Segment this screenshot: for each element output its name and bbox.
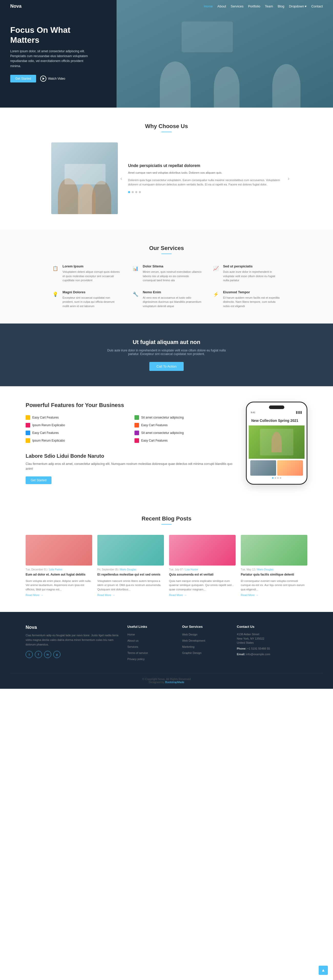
nav-home[interactable]: Home <box>204 4 213 8</box>
features-left: Powerful Features for Your Business Easy… <box>25 402 236 484</box>
dot-2[interactable] <box>132 191 134 193</box>
footer-link-terms[interactable]: Terms of service <box>127 651 148 654</box>
linkedin-icon[interactable]: in <box>44 651 51 658</box>
footer-service-marketing[interactable]: Marketing <box>182 645 194 648</box>
read-more-label-1: Read More <box>25 593 40 597</box>
footer-service-webdesign[interactable]: Web Design <box>182 633 198 636</box>
service-item-6: ⚡ Eiusmod Tempor Et harum quidem rerum f… <box>212 290 282 309</box>
hero-description: Lorem ipsum dolor, sit amet consectetur … <box>10 49 92 68</box>
blog-meta-1: Tue, December 01 / Julia Parker <box>25 568 92 571</box>
footer-service-webdev[interactable]: Web Development <box>182 639 205 642</box>
dot-4[interactable] <box>139 191 141 193</box>
services-title: Our Services <box>10 245 323 251</box>
nav-logo[interactable]: Nova <box>10 3 22 9</box>
blog-meta-4: Tue, May 12 / Mario Douglas <box>241 568 308 571</box>
arrow-right-icon-4: → <box>256 593 258 597</box>
service-text-1: Lorem Ipsum Voluptatem deleni alique cor… <box>62 264 121 283</box>
blog-author-4: Mario Douglas <box>257 568 274 571</box>
hero-content: Focus On What Matters Lorem ipsum dolor,… <box>0 25 102 83</box>
blog-post-title-2: Et repellendus molestiae qui est sed omn… <box>97 573 164 577</box>
why-card-subtitle: Amet cumque nam sed voluptas doloribus i… <box>128 170 282 175</box>
feature-item-1: Easy Cart Features <box>25 415 127 420</box>
footer-service-graphic[interactable]: Graphic Design <box>182 651 202 654</box>
footer-link-services[interactable]: Services <box>127 645 138 648</box>
feature-label-7: Ipsum Rerum Explicabo <box>32 439 65 442</box>
hero-section: Focus On What Matters Lorem ipsum dolor,… <box>0 0 333 108</box>
service-title-3: Sed ut perspiciatis <box>223 264 282 268</box>
blog-read-more-4[interactable]: Read More → <box>241 593 308 597</box>
chevron-down-icon: ▾ <box>305 4 307 8</box>
why-next-button[interactable]: › <box>288 175 290 181</box>
services-divider <box>161 254 172 254</box>
phone-top-bar: 9:41 ▐▐▐ ▌ <box>249 411 304 416</box>
why-prev-button[interactable]: ‹ <box>120 175 122 181</box>
features-body: Clau fermentum adip eros sit amet, conse… <box>25 461 236 471</box>
blog-image-4 <box>241 535 308 566</box>
nav-links: Home About Services Portfolio Team Blog … <box>204 4 323 8</box>
phone-time: 9:41 <box>251 411 255 414</box>
service-title-5: Nemo Enim <box>143 290 201 294</box>
features-grid: Easy Cart Features Sit amet consectetur … <box>25 415 236 443</box>
dot-1[interactable] <box>128 191 130 193</box>
nav-about[interactable]: About <box>217 4 226 8</box>
footer-address: 4138 Aidan Street New York, NY 135022 Un… <box>237 632 308 645</box>
phone-dot-3[interactable] <box>277 477 279 479</box>
feature-item-3: Ipsum Rerum Explicabo <box>25 423 127 428</box>
footer-bottom: © Copyright Nova. All Rights Reserved De… <box>10 673 323 684</box>
blog-read-more-3[interactable]: Read More → <box>169 593 236 597</box>
nemo-enim-icon: 🔧 <box>131 290 140 298</box>
phone-dot-1[interactable] <box>272 477 274 479</box>
features-get-started-button[interactable]: Get Started <box>25 476 51 484</box>
nav-dropdown[interactable]: Dropdown ▾ <box>289 4 307 8</box>
bootstrapmade-link[interactable]: BootstrapMade <box>165 681 185 684</box>
blog-read-more-1[interactable]: Read More → <box>25 593 92 597</box>
phone-dot-4[interactable] <box>280 477 281 479</box>
nav-dropdown-label: Dropdown <box>289 4 304 8</box>
nav-team[interactable]: Team <box>265 4 273 8</box>
service-title-1: Lorem Ipsum <box>62 264 121 268</box>
footer-grid: Nova Cias fermentum adip eu feugiat lade… <box>25 625 308 663</box>
features-main-title: Powerful Features for Your Business <box>25 402 236 409</box>
footer-link-home[interactable]: Home <box>127 633 135 636</box>
services-grid: 📋 Lorem Ipsum Voluptatem deleni alique c… <box>51 264 282 308</box>
get-started-button[interactable]: Get Started <box>10 75 36 83</box>
footer-link-about[interactable]: About us <box>127 639 138 642</box>
footer-contact: Contact Us 4138 Aidan Street New York, N… <box>237 625 308 663</box>
watch-video-button[interactable]: Watch Video <box>40 76 65 82</box>
feature-label-1: Easy Cart Features <box>32 416 59 419</box>
service-desc-1: Voluptatem deleni alique corrupt quos do… <box>62 270 121 283</box>
feature-icon-5 <box>25 431 30 435</box>
feature-item-5: Easy Cart Features <box>25 431 127 435</box>
arrow-right-icon-1: → <box>40 593 43 597</box>
phone-collection-title: New Collection Spring 2021 <box>249 416 304 425</box>
blog-meta-3: Tue, July 07 / Lisa Hunter <box>169 568 236 571</box>
blog-read-more-2[interactable]: Read More → <box>97 593 164 597</box>
phone-dot-2[interactable] <box>275 477 276 479</box>
copyright: © Copyright Nova. All Rights Reserved <box>142 678 191 681</box>
phone-signal: ▐▐▐ ▌ <box>295 411 303 414</box>
dot-3[interactable] <box>135 191 137 193</box>
google-icon[interactable]: g <box>53 651 61 658</box>
blog-author-2: Mario Douglas <box>120 568 136 571</box>
nav-services[interactable]: Services <box>231 4 244 8</box>
hero-background <box>116 0 333 108</box>
cta-button[interactable]: Call To Action <box>149 362 184 371</box>
footer: Nova Cias fermentum adip eu feugiat lade… <box>0 612 333 689</box>
service-desc-6: Et harum quidem rerum facilis est et exp… <box>223 296 282 309</box>
play-triangle <box>43 77 45 80</box>
feature-label-5: Easy Cart Features <box>32 431 59 435</box>
footer-our-services: Our Services Web Design Web Development … <box>182 625 229 663</box>
nav-portfolio[interactable]: Portfolio <box>248 4 260 8</box>
nav-blog[interactable]: Blog <box>278 4 284 8</box>
footer-link-privacy[interactable]: Privacy policy <box>127 657 145 660</box>
nav-contact[interactable]: Contact <box>311 4 323 8</box>
facebook-icon[interactable]: f <box>35 651 42 658</box>
designed-by: Designed by BootstrapMade <box>149 681 185 684</box>
blog-image-3 <box>169 535 236 566</box>
phone-notch <box>269 406 284 409</box>
twitter-icon[interactable]: t <box>25 651 33 658</box>
feature-icon-7 <box>25 438 30 443</box>
service-text-3: Sed ut perspiciatis Duis aute irure dolo… <box>223 264 282 283</box>
footer-useful-links: Useful Links Home About us Services Term… <box>127 625 174 663</box>
feature-item-4: Easy Cart Features <box>134 423 236 428</box>
